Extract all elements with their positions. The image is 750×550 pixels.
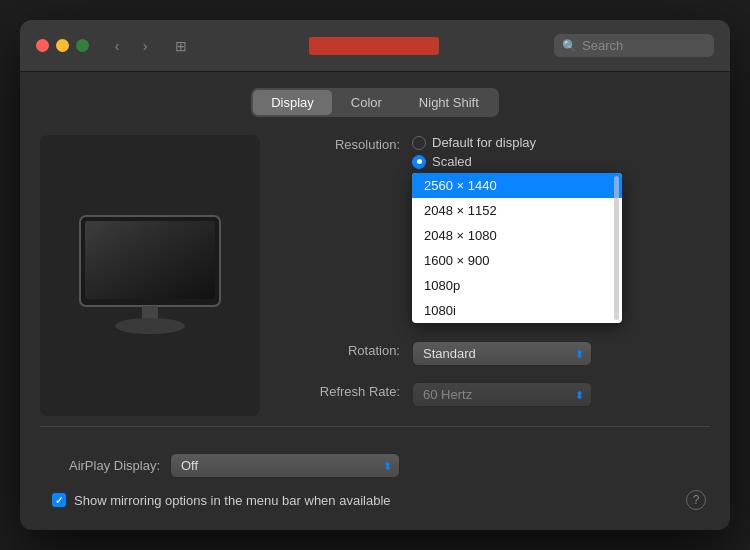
rotation-select-wrapper: Standard 90° 180° 270° (412, 341, 592, 366)
monitor-preview (40, 135, 260, 416)
radio-scaled[interactable]: Scaled (412, 154, 710, 169)
search-box[interactable]: 🔍 (554, 34, 714, 57)
refresh-rate-control: 60 Hertz (412, 382, 710, 407)
mirroring-checkbox-wrap[interactable]: Show mirroring options in the menu bar w… (52, 493, 391, 508)
search-input[interactable] (582, 38, 702, 53)
close-button[interactable] (36, 39, 49, 52)
search-icon: 🔍 (562, 39, 577, 53)
airplay-row: AirPlay Display: Off (40, 453, 710, 478)
resolution-item-2[interactable]: 2048 × 1080 (412, 223, 622, 248)
mirroring-row: Show mirroring options in the menu bar w… (40, 490, 710, 510)
rotation-row: Rotation: Standard 90° 180° 270° (280, 341, 710, 366)
tab-group: Display Color Night Shift (251, 88, 499, 117)
dropdown-scrollbar[interactable] (614, 176, 619, 320)
resolution-item-1[interactable]: 2048 × 1152 (412, 198, 622, 223)
refresh-rate-row: Refresh Rate: 60 Hertz (280, 382, 710, 407)
tab-night-shift[interactable]: Night Shift (401, 90, 497, 115)
radio-default-label: Default for display (432, 135, 536, 150)
minimize-button[interactable] (56, 39, 69, 52)
resolution-item-5[interactable]: 1080i (412, 298, 622, 323)
bottom-area: AirPlay Display: Off Show mirroring opti… (40, 453, 710, 510)
resolution-item-3[interactable]: 1600 × 900 (412, 248, 622, 273)
resolution-label: Resolution: (280, 135, 400, 152)
main-area: Resolution: Default for display Scaled (40, 135, 710, 416)
checkbox-area: Show mirroring options in the menu bar w… (44, 493, 391, 508)
tab-display[interactable]: Display (253, 90, 332, 115)
resolution-item-4[interactable]: 1080p (412, 273, 622, 298)
nav-buttons: ‹ › (105, 34, 157, 58)
main-window: ‹ › ⊞ 🔍 Display Color Night Shift (20, 20, 730, 530)
rotation-control: Standard 90° 180° 270° (412, 341, 710, 366)
title-area (205, 37, 542, 55)
help-button[interactable]: ? (686, 490, 706, 510)
rotation-select[interactable]: Standard 90° 180° 270° (412, 341, 592, 366)
radio-scaled-circle (412, 155, 426, 169)
rotation-label: Rotation: (280, 341, 400, 358)
radio-default-circle (412, 136, 426, 150)
back-button[interactable]: ‹ (105, 34, 129, 58)
grid-button[interactable]: ⊞ (169, 34, 193, 58)
monitor-svg (70, 211, 230, 341)
airplay-select-wrapper: Off (170, 453, 400, 478)
resolution-control: Default for display Scaled 2560 × 1440 2… (412, 135, 710, 323)
radio-default[interactable]: Default for display (412, 135, 710, 150)
maximize-button[interactable] (76, 39, 89, 52)
forward-button[interactable]: › (133, 34, 157, 58)
tab-color[interactable]: Color (333, 90, 400, 115)
window-title-bar (309, 37, 439, 55)
mirroring-label: Show mirroring options in the menu bar w… (74, 493, 391, 508)
airplay-select[interactable]: Off (170, 453, 400, 478)
titlebar: ‹ › ⊞ 🔍 (20, 20, 730, 72)
resolution-radio-group: Default for display Scaled (412, 135, 710, 169)
traffic-lights (36, 39, 89, 52)
tab-bar: Display Color Night Shift (40, 88, 710, 117)
svg-point-5 (115, 318, 185, 334)
airplay-label: AirPlay Display: (40, 458, 160, 473)
refresh-select-wrapper: 60 Hertz (412, 382, 592, 407)
resolution-item-0[interactable]: 2560 × 1440 (412, 173, 622, 198)
divider (40, 426, 710, 427)
refresh-rate-label: Refresh Rate: (280, 382, 400, 399)
svg-rect-4 (142, 306, 158, 320)
radio-scaled-label: Scaled (432, 154, 472, 169)
resolution-row: Resolution: Default for display Scaled (280, 135, 710, 323)
refresh-rate-select[interactable]: 60 Hertz (412, 382, 592, 407)
mirroring-checkbox[interactable] (52, 493, 66, 507)
resolution-dropdown[interactable]: 2560 × 1440 2048 × 1152 2048 × 1080 1600… (412, 173, 622, 323)
settings-panel: Resolution: Default for display Scaled (280, 135, 710, 416)
content-area: Display Color Night Shift (20, 72, 730, 530)
